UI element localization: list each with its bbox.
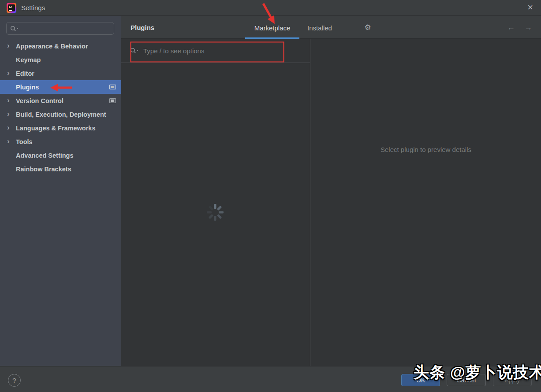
settings-tree: ›Appearance & BehaviorKeymap›EditorPlugi… [0, 39, 121, 176]
sidebar-item-editor[interactable]: ›Editor [0, 67, 121, 80]
apply-button[interactable]: Apply [493, 374, 532, 386]
sidebar-item-label: Tools [16, 138, 33, 145]
loading-spinner-icon [205, 203, 225, 222]
plugin-search-input[interactable]: Type / to see options [121, 39, 310, 63]
sidebar-item-label: Appearance & Behavior [16, 43, 88, 50]
sidebar-item-appearance-behavior[interactable]: ›Appearance & Behavior [0, 39, 121, 53]
ok-button[interactable]: OK [401, 374, 440, 386]
sidebar-item-label: Build, Execution, Deployment [16, 111, 106, 118]
history-nav: ← → [500, 16, 532, 39]
sidebar-item-version-control[interactable]: ›Version Control [0, 94, 121, 107]
plugins-header: Plugins Marketplace Installed ⚙ ← → [121, 16, 541, 39]
plugin-detail-panel: Select plugin to preview details [311, 39, 541, 366]
empty-detail-hint: Select plugin to preview details [311, 146, 541, 153]
sidebar-item-keymap[interactable]: Keymap [0, 53, 121, 67]
search-icon [130, 48, 139, 54]
chevron-right-icon[interactable]: › [7, 96, 16, 104]
chevron-right-icon[interactable]: › [7, 69, 16, 77]
close-icon[interactable]: × [527, 0, 533, 15]
back-arrow-icon[interactable]: ← [507, 23, 515, 32]
page-title: Plugins [131, 16, 154, 39]
plugin-list-panel: Type / to see options [121, 39, 310, 366]
settings-window: IJ Settings × ›Appearance & BehaviorKeym… [0, 0, 541, 392]
sidebar-item-languages-frameworks[interactable]: ›Languages & Frameworks [0, 121, 121, 135]
search-icon [10, 26, 19, 32]
chevron-right-icon[interactable]: › [7, 42, 16, 49]
sidebar-item-label: Languages & Frameworks [16, 125, 96, 132]
intellij-idea-logo-icon: IJ [7, 3, 16, 13]
plugin-search-placeholder: Type / to see options [143, 47, 204, 55]
help-button[interactable]: ? [8, 374, 21, 387]
sidebar-item-label: Version Control [16, 97, 63, 104]
sidebar-item-build-execution-deployment[interactable]: ›Build, Execution, Deployment [0, 107, 121, 121]
sidebar-item-rainbow-brackets[interactable]: Rainbow Brackets [0, 162, 121, 176]
title-bar: IJ Settings × [0, 0, 541, 16]
settings-search-input[interactable] [6, 22, 114, 35]
sidebar-item-label: Advanced Settings [16, 152, 74, 159]
tab-marketplace[interactable]: Marketplace [245, 16, 299, 39]
tab-installed[interactable]: Installed [304, 16, 335, 39]
settings-sidebar: ›Appearance & BehaviorKeymap›EditorPlugi… [0, 16, 121, 366]
sidebar-item-plugins[interactable]: Plugins [0, 80, 121, 94]
sidebar-item-advanced-settings[interactable]: Advanced Settings [0, 148, 121, 162]
sidebar-item-tools[interactable]: ›Tools [0, 135, 121, 148]
forward-arrow-icon[interactable]: → [524, 23, 532, 32]
sidebar-item-label: Editor [16, 70, 34, 77]
screen-icon [109, 85, 116, 89]
sidebar-item-label: Rainbow Brackets [16, 166, 71, 173]
screen-icon [109, 98, 116, 103]
dialog-footer: ? OK Cancel Apply [0, 366, 541, 392]
cancel-button[interactable]: Cancel [447, 374, 486, 386]
chevron-right-icon[interactable]: › [7, 124, 16, 131]
sidebar-item-label: Plugins [16, 84, 39, 91]
gear-icon[interactable]: ⚙ [362, 16, 373, 39]
chevron-right-icon[interactable]: › [7, 137, 16, 145]
window-title: Settings [21, 0, 45, 16]
chevron-right-icon[interactable]: › [7, 110, 16, 118]
sidebar-item-label: Keymap [16, 56, 41, 63]
